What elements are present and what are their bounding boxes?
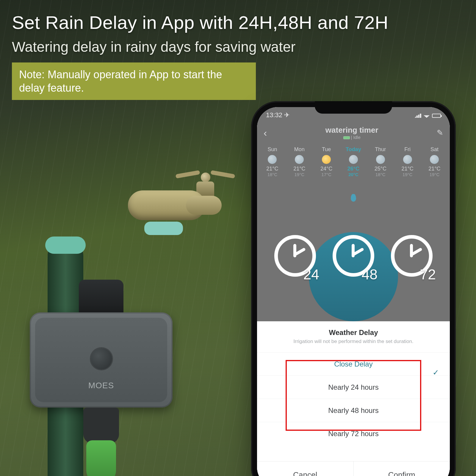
day-6[interactable]: Sat21°C19°C [422,146,447,177]
delay-option-3[interactable]: Nearly 72 hours [257,422,450,445]
temp-lo: 17°C [314,172,339,177]
day-label: Tue [314,146,339,153]
weather-icon [403,155,412,164]
day-5[interactable]: Fri21°C19°C [395,146,420,177]
temp-lo: 19°C [395,172,420,177]
delay-option-0[interactable]: Close Delay✓ [257,352,450,375]
day-0[interactable]: Sun21°C18°C [260,146,285,177]
hero-title: Set Rain Delay in App with 24H,48H and 7… [12,12,388,33]
temp-lo: 18°C [260,172,285,177]
faucet-illustration [98,140,226,229]
day-4[interactable]: Thur25°C18°C [368,146,393,177]
cancel-button[interactable]: Cancel [257,461,354,476]
signal-icon [415,114,421,118]
app-title: watering timer [325,126,378,134]
day-label: Fri [395,146,420,153]
device-brand: MOES [30,381,173,390]
temp-lo: 19°C [422,172,447,177]
device-top-connector [79,280,123,315]
edit-icon[interactable]: ✎ [437,128,443,137]
temp-hi: 21°C [287,166,312,172]
day-1[interactable]: Mon21°C19°C [287,146,312,177]
battery-icon [432,114,441,118]
day-label: Sat [422,146,447,153]
weather-icon [268,155,277,164]
temp-lo: 20°C [341,172,366,177]
clock-48-icon: 48 [331,235,376,280]
weather-icon [430,155,439,164]
delay-option-1[interactable]: Nearly 24 hours [257,375,450,399]
weather-delay-sheet: Weather Delay Irrigation will not be per… [257,321,450,476]
device-bottom-connector [83,408,119,443]
confirm-button[interactable]: Confirm [354,461,450,476]
app-navbar: ‹ watering timer | Idle ✎ [257,124,450,142]
app-status: Idle [353,135,361,140]
wifi-icon [424,114,430,118]
hero-subtitle: Watering delay in rainy days for saving … [12,39,295,55]
sheet-title: Weather Delay [257,328,450,337]
temp-hi: 21°C [422,166,447,172]
temp-hi: 25°C [368,166,393,172]
back-button[interactable]: ‹ [264,127,267,139]
phone-notch [315,101,392,114]
day-label: Thur [368,146,393,153]
clock-72-icon: 72 [389,235,434,280]
weather-week: Sun21°C18°CMon21°C19°CTue24°C17°CToday26… [257,146,450,177]
temp-hi: 21°C [395,166,420,172]
day-2[interactable]: Tue24°C17°C [314,146,339,177]
weather-icon [295,155,304,164]
status-time: 13:32 ✈ [266,111,289,120]
hose-connector [86,440,116,476]
pipe-ring [45,237,86,254]
phone-mockup: 13:32 ✈ ‹ watering timer | Idle ✎ Sun21°… [251,101,456,476]
day-label: Today [341,146,366,153]
day-3[interactable]: Today26°C20°C [341,146,366,177]
clock-24-icon: 24 [273,235,317,280]
day-label: Sun [260,146,285,153]
raindrop-icon [351,194,356,202]
delay-clock-icons: 244872 [257,235,450,280]
weather-icon [376,155,385,164]
day-label: Mon [287,146,312,153]
weather-icon [349,155,358,164]
temp-hi: 24°C [314,166,339,172]
device-illustration: MOES [30,312,173,408]
sheet-options: Close Delay✓Nearly 24 hoursNearly 48 hou… [257,352,450,445]
sheet-hint: Irrigation will not be performed within … [257,339,450,345]
device-button [91,348,112,369]
temp-hi: 26°C [341,166,366,172]
weather-icon [322,155,331,164]
temp-lo: 18°C [368,172,393,177]
note-box: Note: Manually operated in App to start … [12,62,256,100]
temp-hi: 21°C [260,166,285,172]
delay-option-2[interactable]: Nearly 48 hours [257,399,450,422]
temp-lo: 19°C [287,172,312,177]
